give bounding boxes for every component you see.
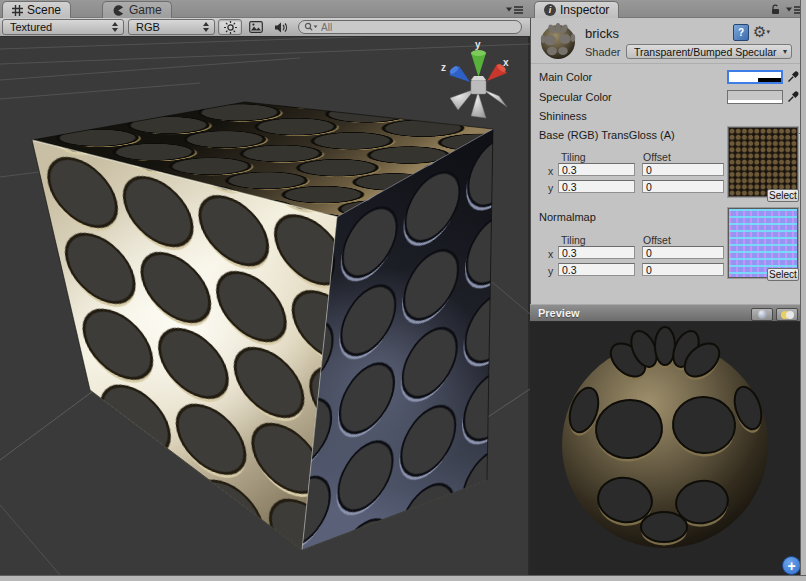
tab-inspector-label: Inspector bbox=[560, 3, 609, 17]
normal-offset-x-field[interactable] bbox=[642, 246, 724, 259]
image-icon bbox=[249, 21, 263, 33]
updown-arrows-icon bbox=[202, 22, 209, 32]
eyedropper-icon[interactable] bbox=[787, 70, 800, 83]
inspector-body: bricks Shader Transparent/Bumped Specula… bbox=[530, 18, 806, 304]
material-sphere-icon bbox=[539, 22, 577, 60]
shader-label: Shader bbox=[585, 46, 620, 58]
normalmap-label: Normalmap bbox=[539, 211, 596, 223]
scene-viewport[interactable]: y x z bbox=[0, 37, 530, 575]
window-bottom-edge[interactable] bbox=[0, 575, 806, 581]
normal-offset-y-field[interactable] bbox=[642, 263, 724, 276]
offset-header: Offset bbox=[643, 234, 671, 246]
offset-header: Offset bbox=[643, 151, 671, 163]
material-preview-viewport[interactable]: + bbox=[530, 322, 806, 575]
scene-tabstrip: Scene Game bbox=[0, 0, 530, 18]
alpha-bar bbox=[728, 100, 782, 103]
gizmo-label-z: z bbox=[441, 62, 446, 73]
inspector-tabstrip: i Inspector bbox=[530, 0, 806, 18]
gizmo-label-y: y bbox=[475, 39, 481, 50]
normal-tiling-x-field[interactable] bbox=[558, 246, 635, 259]
game-icon bbox=[112, 4, 125, 17]
tab-scene[interactable]: Scene bbox=[2, 1, 71, 18]
add-button[interactable]: + bbox=[782, 556, 801, 575]
shininess-label: Shininess bbox=[539, 110, 587, 122]
render-mode-dropdown[interactable]: Textured bbox=[2, 19, 124, 35]
grid-icon bbox=[12, 5, 23, 16]
normalmap-select-button[interactable]: Select bbox=[767, 268, 799, 281]
scene-toolbar: Textured RGB bbox=[0, 18, 530, 37]
tiling-header: Tiling bbox=[561, 234, 586, 246]
row-x-label: x bbox=[548, 165, 553, 177]
scene-audio-button[interactable] bbox=[269, 19, 293, 35]
tab-scene-label: Scene bbox=[27, 3, 61, 17]
base-offset-x-field[interactable] bbox=[642, 163, 724, 176]
base-tiling-y-field[interactable] bbox=[558, 180, 635, 193]
scene-search-field[interactable] bbox=[298, 20, 522, 34]
gear-icon: ⚙ bbox=[753, 23, 766, 40]
preview-light-button[interactable] bbox=[776, 308, 798, 321]
row-y-label: y bbox=[548, 182, 553, 194]
scene-cube[interactable] bbox=[32, 102, 493, 550]
orientation-gizmo[interactable]: y x z bbox=[441, 39, 509, 118]
help-icon: ? bbox=[738, 27, 744, 38]
material-settings-button[interactable]: ⚙▾ bbox=[753, 23, 775, 41]
sphere-icon bbox=[758, 310, 767, 319]
tab-game[interactable]: Game bbox=[102, 1, 172, 18]
preview-sphere bbox=[530, 322, 806, 575]
normal-tiling-y-field[interactable] bbox=[558, 263, 635, 276]
base-map-label: Base (RGB) TransGloss (A) bbox=[539, 129, 675, 141]
eyedropper-icon[interactable] bbox=[787, 90, 800, 103]
header-divider bbox=[531, 63, 806, 64]
sun-icon bbox=[224, 21, 237, 34]
tab-inspector[interactable]: i Inspector bbox=[534, 1, 619, 18]
chevron-down-icon: ▾ bbox=[766, 28, 770, 35]
scene-panel-menu-icon[interactable] bbox=[506, 5, 524, 15]
shader-value: Transparent/Bumped Specular bbox=[634, 46, 777, 58]
search-icon bbox=[304, 22, 318, 32]
updown-arrows-icon bbox=[111, 22, 118, 32]
base-texture-thumbnail[interactable] bbox=[728, 127, 798, 197]
info-icon: i bbox=[544, 4, 556, 16]
specular-color-swatch[interactable] bbox=[727, 90, 783, 104]
chevron-down-icon: ▾ bbox=[783, 47, 787, 56]
preview-header[interactable]: Preview bbox=[530, 304, 806, 322]
render-mode-value: Textured bbox=[10, 21, 52, 33]
main-color-swatch[interactable] bbox=[727, 70, 783, 84]
material-name: bricks bbox=[585, 26, 619, 41]
shader-dropdown[interactable]: Transparent/Bumped Specular ▾ bbox=[626, 44, 792, 59]
tab-game-label: Game bbox=[129, 3, 162, 17]
scene-render-effects-button[interactable] bbox=[244, 19, 268, 35]
row-y-label: y bbox=[548, 265, 553, 277]
scene-panel: Scene Game Textured RGB bbox=[0, 0, 530, 581]
color-channel-dropdown[interactable]: RGB bbox=[128, 19, 215, 35]
scene-search-input[interactable] bbox=[321, 21, 515, 33]
gizmo-label-x: x bbox=[503, 57, 509, 68]
color-channel-value: RGB bbox=[136, 21, 160, 33]
alpha-bar bbox=[758, 78, 781, 82]
help-button[interactable]: ? bbox=[733, 24, 749, 41]
preview-title: Preview bbox=[538, 307, 580, 319]
tiling-header: Tiling bbox=[561, 151, 586, 163]
gizmo-axis-y[interactable] bbox=[471, 53, 486, 77]
row-x-label: x bbox=[548, 248, 553, 260]
base-tiling-x-field[interactable] bbox=[558, 163, 635, 176]
window-right-edge[interactable] bbox=[800, 0, 806, 581]
light-dot-white-icon bbox=[786, 311, 794, 319]
lock-icon[interactable] bbox=[770, 4, 781, 15]
scene-lighting-button[interactable] bbox=[218, 19, 242, 35]
plus-icon: + bbox=[787, 559, 795, 573]
inspector-panel: i Inspector bbox=[530, 0, 806, 575]
base-offset-y-field[interactable] bbox=[642, 180, 724, 193]
gizmo-axis-neg-y[interactable] bbox=[471, 92, 486, 118]
preview-mesh-button[interactable] bbox=[751, 308, 773, 321]
speaker-icon bbox=[274, 21, 288, 34]
base-texture-select-button[interactable]: Select bbox=[767, 189, 799, 202]
main-color-label: Main Color bbox=[539, 71, 592, 83]
specular-color-label: Specular Color bbox=[539, 91, 612, 103]
